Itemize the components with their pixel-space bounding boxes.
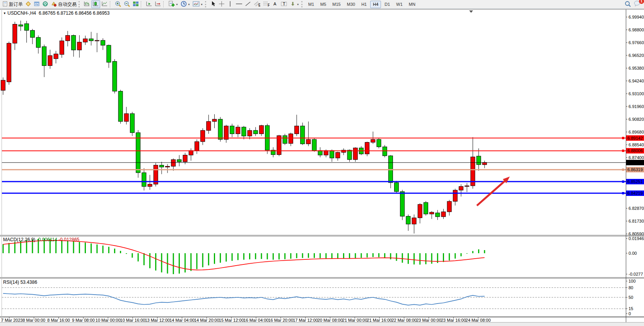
toolbar-separator — [301, 1, 304, 7]
svg-text:6.96520: 6.96520 — [629, 53, 644, 58]
toolbar-separator — [163, 1, 166, 7]
candle-body-bull — [7, 43, 11, 82]
line-chart-icon — [101, 1, 108, 8]
timeframe-M15[interactable]: M15 — [330, 1, 343, 8]
svg-text:6.86953: 6.86953 — [627, 160, 643, 165]
candle-body-bear — [477, 156, 481, 165]
candle-body-bear — [42, 46, 46, 65]
dropdown-caret: ▼ — [188, 3, 190, 6]
svg-text:6.91960: 6.91960 — [629, 104, 644, 109]
data-window-button[interactable] — [32, 0, 41, 8]
zoom-out-button[interactable] — [123, 0, 132, 8]
chart-shift-button[interactable] — [154, 0, 162, 8]
tile-windows-button[interactable] — [132, 0, 140, 8]
chart-canvas[interactable]: 6.999406.988006.976606.965206.953806.942… — [0, 9, 644, 326]
candle-body-bull — [447, 201, 451, 212]
candle-body-bear — [218, 119, 222, 139]
navigator-button[interactable] — [41, 0, 50, 8]
candle-body-bear — [318, 151, 322, 155]
new-order-label: 新订单 — [9, 1, 23, 8]
text-button[interactable]: A — [271, 0, 279, 8]
svg-text:6.88540: 6.88540 — [629, 142, 644, 147]
timeframe-M30[interactable]: M30 — [344, 1, 358, 8]
timeframe-H4[interactable]: H4 — [370, 1, 381, 8]
hline-anchor[interactable] — [622, 137, 624, 139]
candle-body-bear — [72, 35, 76, 50]
candle-body-bull — [54, 54, 58, 58]
equidistant-channel-button[interactable]: E — [252, 0, 261, 8]
svg-text:6.80590: 6.80590 — [629, 232, 644, 236]
search-button[interactable] — [624, 0, 632, 8]
fibonacci-icon: F — [263, 1, 270, 8]
new-order-button[interactable]: 新订单 — [1, 0, 24, 8]
svg-text:6.99940: 6.99940 — [629, 15, 644, 19]
candle-body-bear — [330, 151, 334, 158]
candle-body-bull — [277, 136, 281, 154]
arrows-button[interactable]: ▼ — [289, 0, 301, 8]
candlestick-chart-button[interactable] — [91, 0, 100, 8]
line-chart-button[interactable] — [100, 0, 109, 8]
timeframe-D1[interactable]: D1 — [382, 1, 393, 8]
mt4-window: { "toolbar": { "new_order_label": "新订单",… — [0, 0, 644, 326]
candle-body-bull — [48, 56, 52, 66]
candle-body-bull — [412, 218, 416, 224]
candle-body-bull — [430, 212, 434, 214]
candle-body-bear — [136, 133, 140, 173]
svg-text:100: 100 — [629, 279, 635, 283]
auto-scroll-button[interactable] — [145, 0, 154, 8]
toolbar-separator — [141, 1, 144, 7]
candle-body-bear — [177, 160, 181, 162]
text-label-icon: T — [280, 1, 287, 8]
candle-body-bull — [324, 151, 328, 155]
market-watch-button[interactable] — [24, 0, 32, 8]
chart-window[interactable]: 6.999406.988006.976606.965206.953806.942… — [0, 9, 644, 326]
add-indicator-button[interactable]: ▼ — [167, 0, 179, 8]
candle-body-bear — [395, 183, 399, 192]
candle-body-bull — [224, 126, 228, 139]
candle-body-bull — [171, 160, 176, 166]
crosshair-button[interactable] — [217, 0, 226, 8]
svg-text:F: F — [268, 3, 270, 7]
timeframe-W1[interactable]: W1 — [393, 1, 405, 8]
fibonacci-button[interactable]: F — [261, 0, 271, 8]
candle-body-bear — [107, 45, 111, 62]
candle-body-bull — [148, 184, 152, 187]
tile-windows-icon — [133, 1, 139, 8]
trendline-button[interactable] — [244, 0, 252, 8]
timeframe-M1[interactable]: M1 — [306, 1, 317, 8]
equidistant-channel-icon: E — [253, 1, 260, 8]
time-axis-label: 16 Mar 20:00 — [268, 318, 293, 323]
candle-body-bull — [189, 151, 193, 155]
svg-text:T: T — [283, 2, 285, 6]
timeframe-M5[interactable]: M5 — [318, 1, 329, 8]
hline-anchor[interactable] — [622, 168, 624, 171]
candle-body-bull — [306, 139, 311, 144]
timeframe-H1[interactable]: H1 — [359, 1, 369, 8]
svg-text:6.90820: 6.90820 — [629, 117, 644, 122]
period-clock-icon — [181, 1, 187, 8]
zoom-out-icon — [124, 1, 130, 8]
cursor-button[interactable] — [209, 0, 217, 8]
text-label-button[interactable]: T — [279, 0, 289, 8]
hline-anchor[interactable] — [622, 149, 624, 152]
auto-scroll-icon — [146, 1, 152, 8]
candle-body-bull — [1, 80, 5, 90]
svg-text:0.019464: 0.019464 — [629, 236, 644, 241]
timeframe-MN[interactable]: MN — [406, 1, 418, 8]
svg-text:0.00: 0.00 — [629, 251, 637, 256]
zoom-in-button[interactable] — [114, 0, 123, 8]
template-button[interactable]: ▼ — [191, 0, 204, 8]
time-axis: 7 Mar 20238 Mar 00:008 Mar 16:009 Mar 08… — [1, 317, 491, 323]
horizontal-line-button[interactable] — [234, 0, 244, 8]
vertical-line-button[interactable] — [226, 0, 234, 8]
period-clock-button[interactable]: ▼ — [179, 0, 191, 8]
candle-body-bull — [195, 142, 199, 151]
bar-chart-button[interactable] — [82, 0, 91, 8]
hline-anchor[interactable] — [622, 180, 624, 183]
time-axis-label: 10 Mar 00:00 — [96, 318, 121, 323]
auto-trading-button[interactable]: 自动交易 — [50, 0, 78, 8]
hline-anchor[interactable] — [622, 192, 624, 194]
svg-text:6.86319: 6.86319 — [627, 167, 643, 172]
candle-body-bull — [371, 139, 375, 142]
auto-trading-icon — [51, 1, 57, 8]
